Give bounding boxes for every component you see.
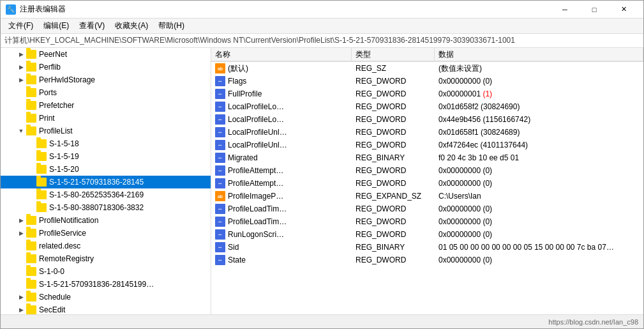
registry-value-icon: ▪▪▪ xyxy=(215,140,225,150)
expand-icon[interactable]: ▶ xyxy=(16,305,26,314)
registry-row[interactable]: ▪▪▪LocalProfileUnl…REG_DWORD0x01d658f1 (… xyxy=(211,126,643,139)
registry-cell-type: REG_DWORD xyxy=(352,89,435,99)
registry-rows[interactable]: ab(默认)REG_SZ(数值未设置)▪▪▪FlagsREG_DWORD0x00… xyxy=(211,62,643,314)
expand-icon[interactable] xyxy=(16,254,26,264)
expand-icon[interactable]: ▼ xyxy=(16,126,26,136)
registry-value-icon: ▪▪▪ xyxy=(215,102,225,112)
folder-icon xyxy=(26,63,36,72)
expand-icon[interactable]: ▶ xyxy=(16,75,26,85)
registry-cell-type: REG_BINARY xyxy=(352,153,435,163)
tree-item-perHwIdStorage[interactable]: ▶PerHwIdStorage xyxy=(1,73,211,86)
registry-cell-type: REG_SZ xyxy=(352,63,435,73)
registry-cell-data: 0x00000000 (0) xyxy=(435,229,643,240)
expand-icon[interactable] xyxy=(16,241,26,251)
expand-icon[interactable] xyxy=(26,139,36,149)
registry-row[interactable]: ▪▪▪ProfileLoadTim…REG_DWORD0x00000000 (0… xyxy=(211,203,643,215)
close-button[interactable]: ✕ xyxy=(609,3,638,16)
tree-item-s-1-5-80-2652535364-2169[interactable]: S-1-5-80-2652535364-2169 xyxy=(1,188,211,201)
expand-icon[interactable]: ▶ xyxy=(16,62,26,72)
folder-icon xyxy=(26,280,36,289)
registry-row[interactable]: ▪▪▪FullProfileREG_DWORD0x00000001 (1) xyxy=(211,88,643,100)
registry-cell-data: 0x00000000 (0) xyxy=(435,165,643,176)
tree-item-s-1-5-80-3880718306-3832[interactable]: S-1-5-80-3880718306-3832 xyxy=(1,201,211,214)
tree-item-s-1-5-21-570931836-28145199[interactable]: S-1-5-21-570931836-28145199… xyxy=(1,278,211,291)
registry-name-text: FullProfile xyxy=(228,89,262,98)
tree-item-profileService[interactable]: ▶ProfileService xyxy=(1,227,211,240)
expand-icon[interactable] xyxy=(16,88,26,98)
tree-item-print[interactable]: Print xyxy=(1,112,211,125)
expand-icon[interactable] xyxy=(16,279,26,289)
registry-row[interactable]: ▪▪▪RunLogonScri…REG_DWORD0x00000000 (0) xyxy=(211,228,643,241)
registry-row[interactable]: ▪▪▪LocalProfileLo…REG_DWORD0x44e9b456 (1… xyxy=(211,113,643,126)
registry-row[interactable]: ▪▪▪SidREG_BINARY01 05 00 00 00 00 00 00 … xyxy=(211,241,643,254)
registry-row[interactable]: abProfileImageP…REG_EXPAND_SZC:\Users\Ia… xyxy=(211,190,643,203)
registry-row[interactable]: ▪▪▪ProfileAttempt…REG_DWORD0x00000000 (0… xyxy=(211,177,643,190)
expand-icon[interactable] xyxy=(16,266,26,277)
expand-icon[interactable] xyxy=(26,203,36,213)
expand-icon[interactable] xyxy=(16,100,26,111)
registry-cell-name: ▪▪▪ProfileAttempt… xyxy=(211,165,352,176)
registry-row[interactable]: ▪▪▪LocalProfileUnl…REG_DWORD0xf47264ec (… xyxy=(211,139,643,151)
expand-icon[interactable] xyxy=(26,177,36,187)
tree-item-s-1-5-18[interactable]: S-1-5-18 xyxy=(1,137,211,150)
tree-item-label: Ports xyxy=(39,88,57,97)
registry-row[interactable]: ▪▪▪ProfileLoadTim…REG_DWORD0x00000000 (0… xyxy=(211,215,643,228)
tree-item-label: Prefetcher xyxy=(39,101,74,110)
folder-icon xyxy=(26,216,36,225)
maximize-button[interactable]: □ xyxy=(580,3,609,16)
menu-help[interactable]: 帮助(H) xyxy=(153,19,190,33)
expand-icon[interactable]: ▶ xyxy=(16,215,26,226)
expand-icon[interactable] xyxy=(26,190,36,200)
tree-item-schedule[interactable]: ▶Schedule xyxy=(1,291,211,303)
tree-item-remoteRegistry[interactable]: RemoteRegistry xyxy=(1,252,211,265)
tree-item-label: ProfileNotification xyxy=(39,216,98,225)
tree-item-peerNet[interactable]: ▶PeerNet xyxy=(1,48,211,61)
expand-icon[interactable] xyxy=(16,113,26,123)
registry-row[interactable]: ▪▪▪MigratedREG_BINARYf0 20 4c 3b 10 ee d… xyxy=(211,151,643,164)
registry-cell-type: REG_DWORD xyxy=(352,102,435,112)
menu-view[interactable]: 查看(V) xyxy=(74,19,110,33)
tree-item-label: related.desc xyxy=(39,241,80,250)
tree-item-related.desc[interactable]: related.desc xyxy=(1,240,211,252)
tree-item-profileList[interactable]: ▼ProfileList xyxy=(1,125,211,137)
registry-row[interactable]: ▪▪▪ProfileAttempt…REG_DWORD0x00000000 (0… xyxy=(211,164,643,177)
tree-item-s-1-5-19[interactable]: S-1-5-19 xyxy=(1,150,211,163)
folder-icon xyxy=(26,75,36,84)
expand-icon[interactable]: ▶ xyxy=(16,292,26,302)
tree-item-label: S-1-0-0 xyxy=(39,267,64,276)
registry-cell-data: 0xf47264ec (4101137644) xyxy=(435,140,643,150)
registry-row[interactable]: ab(默认)REG_SZ(数值未设置) xyxy=(211,62,643,75)
expand-icon[interactable] xyxy=(26,151,36,162)
tree-item-s-1-5-20[interactable]: S-1-5-20 xyxy=(1,163,211,176)
tree-item-profileNotification[interactable]: ▶ProfileNotification xyxy=(1,214,211,227)
address-bar: 计算机\HKEY_LOCAL_MACHINE\SOFTWARE\Microsof… xyxy=(1,34,643,48)
minimize-button[interactable]: ─ xyxy=(550,3,580,16)
expand-icon[interactable] xyxy=(26,164,36,174)
title-bar-left: 🔧 注册表编辑器 xyxy=(6,4,66,15)
menu-favorites[interactable]: 收藏夹(A) xyxy=(110,19,153,33)
tree-item-perflib[interactable]: ▶Perflib xyxy=(1,61,211,73)
menu-bar: 文件(F) 编辑(E) 查看(V) 收藏夹(A) 帮助(H) xyxy=(1,19,643,34)
expand-icon[interactable]: ▶ xyxy=(16,228,26,238)
tree-item-s-1-5-21-570931836-28145[interactable]: S-1-5-21-570931836-28145 xyxy=(1,176,211,188)
registry-row[interactable]: ▪▪▪LocalProfileLo…REG_DWORD0x01d658f2 (3… xyxy=(211,100,643,113)
menu-file[interactable]: 文件(F) xyxy=(3,19,38,33)
tree-item-s-1-0-0[interactable]: S-1-0-0 xyxy=(1,265,211,278)
tree-item-secEdit[interactable]: ▶SecEdit xyxy=(1,303,211,314)
tree-item-label: Print xyxy=(39,114,55,123)
menu-edit[interactable]: 编辑(E) xyxy=(38,19,74,33)
tree-panel[interactable]: ▶PeerNet▶Perflib▶PerHwIdStoragePortsPref… xyxy=(1,48,211,314)
registry-name-text: Sid xyxy=(228,243,239,252)
registry-cell-type: REG_DWORD xyxy=(352,114,435,125)
tree-item-ports[interactable]: Ports xyxy=(1,86,211,99)
registry-cell-name: ▪▪▪ProfileLoadTim… xyxy=(211,203,352,215)
registry-row[interactable]: ▪▪▪StateREG_DWORD0x00000000 (0) xyxy=(211,254,643,266)
registry-name-text: RunLogonScri… xyxy=(228,230,284,239)
folder-icon xyxy=(26,267,36,276)
registry-row[interactable]: ▪▪▪FlagsREG_DWORD0x00000000 (0) xyxy=(211,75,643,88)
title-controls: ─ □ ✕ xyxy=(550,3,638,16)
tree-item-prefetcher[interactable]: Prefetcher xyxy=(1,99,211,112)
expand-icon[interactable]: ▶ xyxy=(16,49,26,59)
registry-value-icon: ▪▪▪ xyxy=(215,204,225,214)
registry-cell-type: REG_DWORD xyxy=(352,76,435,86)
